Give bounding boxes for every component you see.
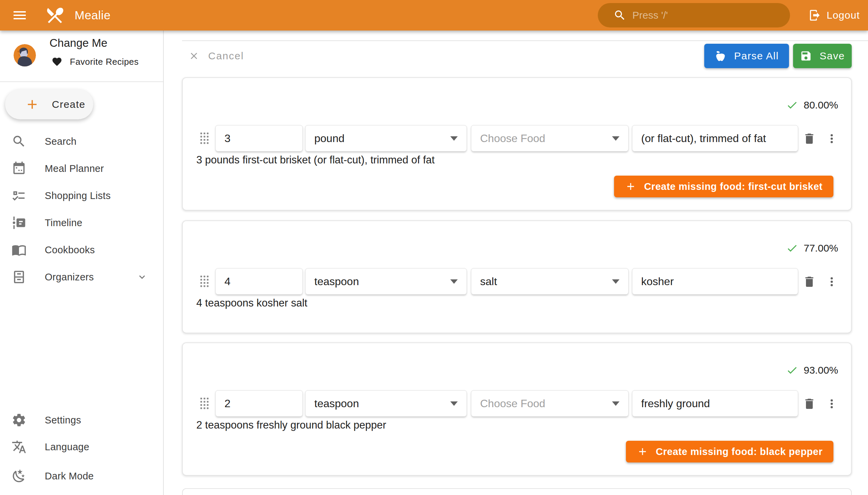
drag-handle-icon[interactable] bbox=[200, 398, 208, 409]
sidebar-item-label: Settings bbox=[45, 415, 81, 426]
book-open-icon bbox=[12, 242, 27, 257]
ingredient-menu-button[interactable] bbox=[824, 275, 839, 290]
save-button[interactable]: Save bbox=[793, 44, 852, 68]
sidebar-item-dark-mode[interactable]: Dark Mode bbox=[0, 462, 163, 490]
delete-ingredient-button[interactable] bbox=[802, 397, 817, 412]
ingredient-card: 77.00% teaspoon salt bbox=[182, 220, 852, 333]
dropdown-caret-icon bbox=[612, 402, 619, 406]
menu-button[interactable] bbox=[10, 6, 29, 25]
ingredient-fields-row: teaspoon salt bbox=[183, 268, 851, 295]
sidebar-item-label: Timeline bbox=[45, 217, 82, 228]
avatar[interactable] bbox=[14, 44, 36, 66]
sidebar-item-timeline[interactable]: Timeline bbox=[0, 209, 163, 236]
save-label: Save bbox=[819, 50, 845, 62]
gear-icon bbox=[12, 413, 27, 428]
sidebar-item-label: Organizers bbox=[45, 272, 94, 283]
quantity-field bbox=[215, 390, 303, 417]
check-icon bbox=[786, 99, 798, 111]
global-search[interactable] bbox=[598, 3, 790, 28]
ingredient-menu-button[interactable] bbox=[824, 132, 839, 147]
drag-handle-icon[interactable] bbox=[200, 276, 208, 287]
save-icon bbox=[800, 50, 812, 62]
apple-icon bbox=[714, 50, 727, 62]
create-missing-food-button[interactable]: Create missing food: black pepper bbox=[626, 441, 833, 462]
cancel-button[interactable]: Cancel bbox=[188, 49, 244, 63]
sidebar-item-language[interactable]: Language bbox=[0, 433, 163, 460]
check-icon bbox=[786, 242, 798, 254]
food-select[interactable]: Choose Food bbox=[471, 125, 629, 152]
mealie-logo-icon bbox=[44, 4, 66, 26]
sidebar-item-shopping-lists[interactable]: Shopping Lists bbox=[0, 182, 163, 209]
sidebar-item-search[interactable]: Search bbox=[0, 128, 163, 155]
create-missing-food-label: Create missing food: black pepper bbox=[656, 446, 822, 457]
original-ingredient-text: 3 pounds first-cut brisket (or flat-cut)… bbox=[196, 154, 435, 166]
timeline-icon bbox=[12, 215, 27, 230]
trash-icon bbox=[803, 275, 816, 289]
favorite-recipes-link[interactable]: Favorite Recipes bbox=[52, 56, 139, 67]
confidence-value: 80.00% bbox=[804, 99, 838, 111]
unit-select[interactable]: teaspoon bbox=[305, 268, 467, 295]
dropdown-caret-icon bbox=[450, 279, 458, 284]
sidebar-item-cookbooks[interactable]: Cookbooks bbox=[0, 236, 163, 263]
chevron-down-icon bbox=[136, 271, 148, 283]
delete-ingredient-button[interactable] bbox=[802, 275, 817, 290]
checklist-icon bbox=[12, 188, 27, 203]
confidence-value: 93.00% bbox=[804, 364, 838, 376]
close-icon bbox=[188, 51, 199, 62]
favorite-recipes-label: Favorite Recipes bbox=[70, 57, 139, 67]
app-title: Mealie bbox=[74, 8, 110, 22]
sidebar-divider bbox=[0, 81, 163, 82]
heart-icon bbox=[52, 56, 62, 67]
hamburger-icon bbox=[12, 7, 28, 23]
dropdown-caret-icon bbox=[450, 136, 458, 141]
confidence-value: 77.00% bbox=[804, 242, 838, 254]
note-input[interactable] bbox=[641, 397, 789, 410]
note-field bbox=[632, 390, 798, 417]
note-input[interactable] bbox=[641, 132, 789, 145]
plus-icon bbox=[637, 446, 648, 457]
search-input[interactable] bbox=[632, 10, 775, 21]
ingredient-card-partial bbox=[182, 488, 852, 495]
calendar-icon bbox=[12, 161, 27, 176]
ingredient-fields-row: teaspoon Choose Food bbox=[183, 390, 851, 417]
note-input[interactable] bbox=[641, 275, 789, 288]
sidebar-item-label: Dark Mode bbox=[45, 471, 94, 482]
ingredient-fields-row: pound Choose Food bbox=[183, 125, 851, 152]
confidence-indicator: 93.00% bbox=[786, 364, 838, 376]
quantity-input[interactable] bbox=[224, 132, 294, 145]
sidebar: Change Me Favorite Recipes Create Search… bbox=[0, 31, 164, 495]
trash-icon bbox=[803, 397, 816, 411]
create-missing-food-button[interactable]: Create missing food: first-cut brisket bbox=[614, 176, 833, 197]
unit-select[interactable]: teaspoon bbox=[305, 390, 467, 417]
logout-label: Logout bbox=[827, 10, 860, 21]
note-field bbox=[632, 125, 798, 152]
food-select[interactable]: salt bbox=[471, 268, 629, 295]
ingredient-menu-button[interactable] bbox=[824, 397, 839, 412]
unit-value: teaspoon bbox=[314, 275, 450, 288]
quantity-input[interactable] bbox=[224, 397, 294, 410]
create-missing-food-label: Create missing food: first-cut brisket bbox=[644, 181, 822, 192]
sidebar-item-label: Search bbox=[45, 136, 76, 147]
sidebar-item-organizers[interactable]: Organizers bbox=[0, 263, 163, 291]
plus-icon bbox=[625, 181, 636, 192]
sidebar-item-settings[interactable]: Settings bbox=[0, 407, 163, 433]
kebab-menu-icon bbox=[825, 275, 838, 289]
cancel-label: Cancel bbox=[208, 50, 244, 62]
dropdown-caret-icon bbox=[450, 402, 458, 406]
food-value: salt bbox=[480, 275, 612, 288]
food-select[interactable]: Choose Food bbox=[471, 390, 629, 417]
sidebar-item-meal-planner[interactable]: Meal Planner bbox=[0, 155, 163, 182]
sidebar-item-label: Cookbooks bbox=[45, 244, 95, 256]
create-button[interactable]: Create bbox=[5, 89, 93, 119]
user-name: Change Me bbox=[50, 37, 107, 50]
quantity-input[interactable] bbox=[224, 275, 294, 288]
drag-handle-icon[interactable] bbox=[200, 133, 208, 144]
delete-ingredient-button[interactable] bbox=[802, 132, 817, 147]
original-ingredient-text: 2 teaspoons freshly ground black pepper bbox=[196, 419, 386, 431]
parse-all-button[interactable]: Parse All bbox=[704, 44, 789, 68]
confidence-indicator: 80.00% bbox=[786, 99, 838, 111]
logout-button[interactable]: Logout bbox=[808, 0, 860, 31]
kebab-menu-icon bbox=[825, 397, 838, 411]
confidence-indicator: 77.00% bbox=[786, 242, 838, 254]
unit-select[interactable]: pound bbox=[305, 125, 467, 152]
